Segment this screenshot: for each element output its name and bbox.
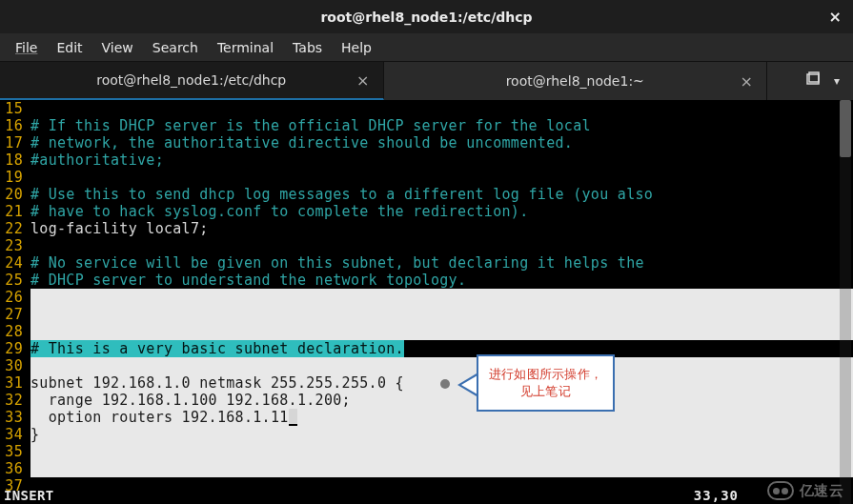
- tabbar: root@rhel8_node1:/etc/dhcp × root@rhel8_…: [0, 62, 853, 100]
- line-number: 25: [0, 272, 27, 289]
- line-number: 27: [0, 306, 27, 323]
- code-line: [30, 460, 842, 477]
- line-number: 21: [0, 203, 27, 220]
- line-number: 22: [0, 220, 27, 237]
- line-number: 20: [0, 186, 27, 203]
- code-line: [30, 289, 842, 306]
- menu-edit[interactable]: Edit: [47, 36, 91, 59]
- code-line: [30, 237, 842, 254]
- menu-help[interactable]: Help: [332, 36, 381, 59]
- code-line: # Use this to send dhcp log messages to …: [30, 186, 842, 203]
- line-number: 32: [0, 392, 27, 409]
- tab-close-button[interactable]: ×: [741, 72, 753, 91]
- menubar: File Edit View Search Terminal Tabs Help: [0, 33, 853, 62]
- menu-terminal[interactable]: Terminal: [208, 36, 283, 59]
- menu-file[interactable]: File: [6, 36, 47, 59]
- code-line: # No service will be given on this subne…: [30, 254, 842, 272]
- window-titlebar: root@rhel8_node1:/etc/dhcp ×: [0, 0, 853, 33]
- line-number: 31: [0, 374, 27, 392]
- line-number-gutter: 1516171819202122232425262728293031323334…: [0, 100, 27, 494]
- menu-search[interactable]: Search: [143, 36, 208, 59]
- code-line: }: [30, 426, 842, 443]
- window-title: root@rhel8_node1:/etc/dhcp: [320, 10, 532, 25]
- code-line: [30, 443, 842, 460]
- menu-view[interactable]: View: [92, 36, 143, 59]
- code-line: #authoritative;: [30, 151, 842, 169]
- code-line: [30, 100, 842, 117]
- line-number: 29: [0, 340, 27, 357]
- code-line: range 192.168.1.100 192.168.1.200;: [30, 392, 842, 409]
- code-line: [30, 169, 842, 186]
- line-number: 30: [0, 357, 27, 374]
- code-line: # have to hack syslog.conf to complete t…: [30, 203, 842, 220]
- code-line: [30, 357, 842, 374]
- scrollbar-thumb[interactable]: [840, 100, 851, 157]
- line-number: 35: [0, 443, 27, 460]
- line-number: 36: [0, 460, 27, 477]
- code-line: [30, 323, 842, 340]
- line-number: 34: [0, 426, 27, 443]
- vim-status-line: INSERT 33,30: [0, 488, 853, 504]
- code-line: log-facility local7;: [30, 220, 842, 237]
- tab-close-button[interactable]: ×: [356, 71, 369, 90]
- menu-tabs[interactable]: Tabs: [283, 36, 332, 59]
- vim-cursor-position: 33,30: [694, 487, 739, 504]
- line-number: 15: [0, 100, 27, 117]
- line-number: 23: [0, 237, 27, 254]
- line-number: 24: [0, 254, 27, 272]
- tab-label: root@rhel8_node1:/etc/dhcp: [96, 72, 286, 88]
- line-number: 19: [0, 169, 27, 186]
- code-line: # network, the authoritative directive s…: [30, 134, 842, 151]
- vim-mode: INSERT: [4, 487, 53, 504]
- code-line: [30, 306, 842, 323]
- chevron-down-icon[interactable]: ▾: [834, 74, 840, 88]
- line-number: 18: [0, 151, 27, 169]
- vertical-scrollbar[interactable]: [840, 100, 851, 504]
- line-number: 26: [0, 289, 27, 306]
- tab-actions: ▾: [767, 62, 853, 100]
- code-area[interactable]: # If this DHCP server is the official DH…: [30, 100, 842, 494]
- code-line: # This is a very basic subnet declaratio…: [30, 340, 842, 357]
- code-line: # DHCP server to understand the network …: [30, 272, 842, 289]
- code-line: # If this DHCP server is the official DH…: [30, 117, 842, 134]
- terminal-editor[interactable]: 1516171819202122232425262728293031323334…: [0, 100, 853, 504]
- line-number: 17: [0, 134, 27, 151]
- tab-terminal-2[interactable]: root@rhel8_node1:~ ×: [384, 62, 768, 100]
- code-line: subnet 192.168.1.0 netmask 255.255.255.0…: [30, 374, 842, 392]
- line-number: 28: [0, 323, 27, 340]
- line-number: 16: [0, 117, 27, 134]
- tab-label: root@rhel8_node1:~: [506, 73, 644, 89]
- code-line: option routers 192.168.1.11: [30, 409, 842, 426]
- tab-terminal-1[interactable]: root@rhel8_node1:/etc/dhcp ×: [0, 62, 384, 100]
- window-close-button[interactable]: ×: [829, 8, 842, 26]
- line-number: 33: [0, 409, 27, 426]
- new-tab-icon[interactable]: [805, 71, 821, 91]
